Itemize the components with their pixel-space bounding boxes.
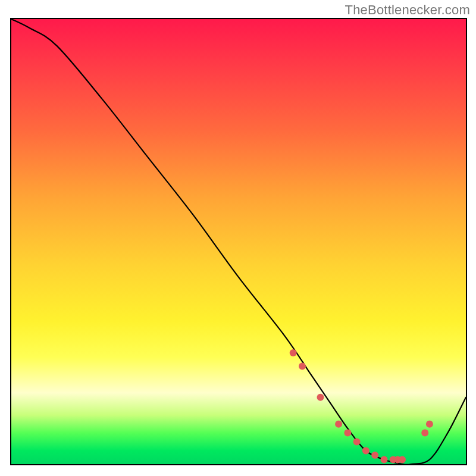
highlight-dot: [335, 421, 342, 428]
highlight-dot: [290, 349, 297, 356]
highlight-dot: [371, 452, 378, 459]
highlight-dot: [381, 456, 388, 464]
plot-area: [10, 18, 467, 465]
bottleneck-curve: [11, 19, 466, 464]
highlight-dot: [426, 421, 433, 428]
highlight-dot: [421, 430, 428, 437]
highlight-dot: [362, 447, 369, 455]
attribution-text: TheBottlenecker.com: [345, 2, 470, 18]
chart-container: TheBottlenecker.com: [0, 0, 476, 476]
highlight-dot: [344, 430, 351, 437]
highlight-dot: [353, 439, 361, 446]
highlight-dot: [317, 394, 324, 401]
highlight-dot: [299, 362, 306, 369]
curve-layer: [11, 19, 466, 464]
highlight-dot: [399, 456, 406, 464]
